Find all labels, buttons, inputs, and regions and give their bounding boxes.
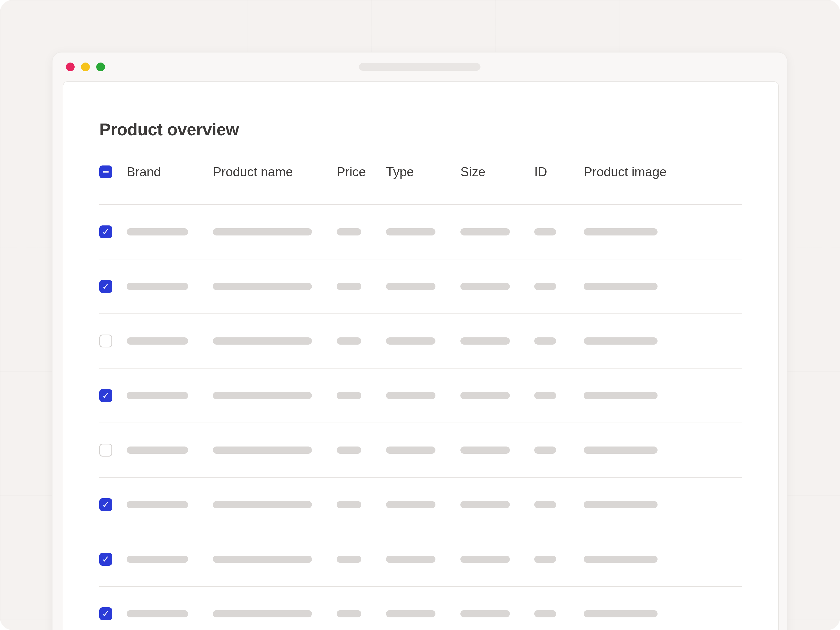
table-row <box>99 423 742 478</box>
table-row <box>99 314 742 368</box>
row-checkbox-checked[interactable]: ✓ <box>99 553 112 566</box>
row-checkbox-cell: ✓ <box>99 280 126 293</box>
price-cell <box>336 337 386 344</box>
table-row: ✓ <box>99 368 742 423</box>
window-controls <box>66 52 105 81</box>
img-placeholder <box>584 447 658 454</box>
name-cell <box>213 228 336 235</box>
img-placeholder <box>584 501 658 508</box>
name-placeholder <box>213 556 312 563</box>
table-row: ✓ <box>99 205 742 259</box>
column-header-id: ID <box>534 164 584 179</box>
address-bar-placeholder[interactable] <box>359 63 480 71</box>
size-placeholder <box>460 610 510 617</box>
id-placeholder <box>534 392 556 399</box>
name-cell <box>213 556 336 563</box>
size-cell <box>460 610 534 617</box>
price-cell <box>336 610 386 617</box>
row-checkbox-checked[interactable]: ✓ <box>99 389 112 402</box>
table-row: ✓ <box>99 259 742 314</box>
row-checkbox-cell: ✓ <box>99 553 126 566</box>
img-placeholder <box>584 610 658 617</box>
row-checkbox-cell <box>99 444 126 456</box>
column-header-type: Type <box>386 164 460 179</box>
img-placeholder <box>584 556 658 563</box>
price-placeholder <box>336 392 361 399</box>
brand-cell <box>126 228 213 235</box>
type-cell <box>386 501 460 508</box>
row-checkbox-cell: ✓ <box>99 226 126 238</box>
size-placeholder <box>460 283 510 290</box>
type-cell <box>386 337 460 344</box>
page-content: Product overview − Brand Product name Pr… <box>63 81 779 630</box>
price-placeholder <box>336 337 361 344</box>
row-checkbox-unchecked[interactable] <box>99 444 112 456</box>
price-placeholder <box>336 283 361 290</box>
brand-placeholder <box>126 556 188 563</box>
brand-cell <box>126 501 213 508</box>
id-cell <box>534 337 584 344</box>
brand-cell <box>126 556 213 563</box>
size-cell <box>460 447 534 454</box>
window-titlebar <box>52 52 787 81</box>
name-placeholder <box>213 392 312 399</box>
type-placeholder <box>386 447 436 454</box>
size-cell <box>460 392 534 399</box>
type-cell <box>386 283 460 290</box>
table-body: ✓✓✓✓✓✓ <box>99 205 742 630</box>
type-cell <box>386 228 460 235</box>
brand-cell <box>126 283 213 290</box>
name-placeholder <box>213 283 312 290</box>
type-placeholder <box>386 283 436 290</box>
maximize-button[interactable] <box>96 63 105 71</box>
brand-cell <box>126 610 213 617</box>
price-placeholder <box>336 501 361 508</box>
price-placeholder <box>336 447 361 454</box>
type-placeholder <box>386 392 436 399</box>
row-checkbox-unchecked[interactable] <box>99 335 112 347</box>
name-placeholder <box>213 501 312 508</box>
brand-placeholder <box>126 283 188 290</box>
type-placeholder <box>386 556 436 563</box>
id-cell <box>534 228 584 235</box>
select-all-cell: − <box>99 166 126 178</box>
minimize-button[interactable] <box>81 63 90 71</box>
img-cell <box>584 610 742 617</box>
row-checkbox-checked[interactable]: ✓ <box>99 226 112 238</box>
column-header-size: Size <box>460 164 534 179</box>
type-placeholder <box>386 610 436 617</box>
row-checkbox-checked[interactable]: ✓ <box>99 607 112 620</box>
price-placeholder <box>336 228 361 235</box>
name-cell <box>213 501 336 508</box>
brand-cell <box>126 447 213 454</box>
id-placeholder <box>534 610 556 617</box>
img-cell <box>584 501 742 508</box>
select-all-checkbox[interactable]: − <box>99 166 112 178</box>
row-checkbox-checked[interactable]: ✓ <box>99 498 112 511</box>
id-cell <box>534 447 584 454</box>
id-cell <box>534 283 584 290</box>
name-placeholder <box>213 447 312 454</box>
price-cell <box>336 447 386 454</box>
img-cell <box>584 447 742 454</box>
type-cell <box>386 392 460 399</box>
type-cell <box>386 447 460 454</box>
close-button[interactable] <box>66 63 75 71</box>
row-checkbox-checked[interactable]: ✓ <box>99 280 112 293</box>
name-cell <box>213 610 336 617</box>
name-cell <box>213 447 336 454</box>
size-cell <box>460 501 534 508</box>
brand-placeholder <box>126 337 188 344</box>
price-placeholder <box>336 556 361 563</box>
size-placeholder <box>460 447 510 454</box>
table-row: ✓ <box>99 532 742 587</box>
column-header-product-name: Product name <box>213 164 336 179</box>
name-cell <box>213 392 336 399</box>
id-cell <box>534 392 584 399</box>
size-placeholder <box>460 392 510 399</box>
size-placeholder <box>460 228 510 235</box>
row-checkbox-cell: ✓ <box>99 607 126 620</box>
table-row: ✓ <box>99 478 742 532</box>
img-cell <box>584 228 742 235</box>
id-placeholder <box>534 337 556 344</box>
